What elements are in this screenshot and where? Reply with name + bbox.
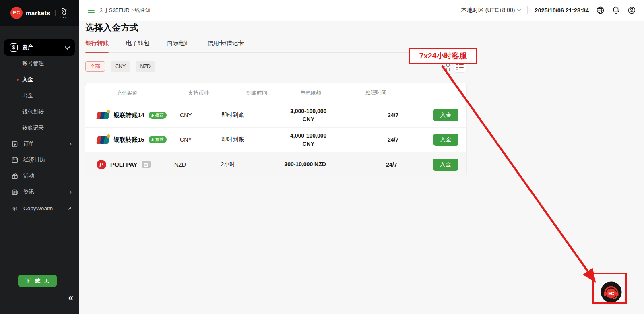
sidebar-item-assets[interactable]: $ 资产 (4, 39, 75, 56)
header-currency: 支持币种 (169, 89, 228, 97)
grid-view-icon[interactable] (442, 64, 450, 71)
orders-label: 订单 (23, 140, 65, 147)
user-icon (627, 6, 636, 14)
header-arrival-time: 到账时间 (228, 89, 286, 97)
sidebar-item-activities[interactable]: 活动 (0, 168, 79, 184)
announcement-link[interactable]: 关于S35EUR下线通知 (88, 7, 151, 14)
sidebar-collapse-button[interactable]: « (68, 293, 73, 303)
filter-cny[interactable]: CNY (111, 61, 130, 72)
notifications-button[interactable] (611, 6, 620, 15)
liverbird-icon (60, 8, 68, 16)
calendar-icon (11, 156, 19, 163)
sidebar-menu: 订单 › 经济日历 活动 资讯 › CopyWealth (0, 136, 79, 216)
divider (527, 6, 528, 14)
gift-icon (11, 172, 19, 180)
topbar-right: 本地时区 (UTC+8:00) 2025/10/06 21:28:34 (461, 6, 636, 15)
logo-separator: | (54, 10, 56, 16)
sidebar-item-copywealth[interactable]: CopyWealth ↗ (0, 200, 79, 216)
cell-limit: 300-10,000 NZD (252, 160, 359, 168)
channel-name: 银联转账14 (114, 112, 144, 119)
ec-logo-icon: EC (10, 7, 23, 19)
download-button[interactable]: 下 载 (18, 275, 57, 287)
sidebar-item-transfer-records[interactable]: 转账记录 (0, 120, 79, 136)
caret-down-icon (517, 8, 521, 12)
bank-icon (144, 163, 148, 167)
sidebar-item-news[interactable]: 资讯 › (0, 184, 79, 200)
calendar-label: 经济日历 (23, 156, 72, 163)
annotation-label: 7x24小时客服 (419, 51, 467, 61)
sidebar: EC markets | L.F.C. $ 资产 账号管理 入金 出金 钱包划转… (0, 0, 79, 314)
annotation-callout: 7x24小时客服 (409, 48, 477, 64)
cell-currency: CNY (162, 136, 209, 143)
lfc-logo: L.F.C. (60, 8, 69, 19)
filter-nzd[interactable]: NZD (136, 61, 155, 72)
page-title: 选择入金方式 (85, 22, 138, 34)
language-globe-button[interactable] (596, 6, 605, 15)
cell-processing: 24/7 (361, 112, 425, 118)
cell-processing: 24/7 (359, 161, 425, 168)
header-channel: 充值渠道 (85, 89, 169, 97)
table-row: 银联转账15 推荐 CNY 即时到账 4,000-100,000CNY 24/7… (85, 128, 466, 152)
cell-arrival: 2小时 (204, 161, 252, 168)
poli-pay-icon: P (97, 160, 106, 169)
broadcast-icon (11, 205, 19, 212)
news-icon (11, 188, 19, 196)
sidebar-item-deposit[interactable]: 入金 (0, 72, 79, 88)
bank-badge (142, 161, 151, 168)
datetime-display: 2025/10/06 21:28:34 (535, 7, 589, 14)
deposit-button[interactable]: 入金 (433, 159, 458, 171)
cell-limit: 4,000-100,000CNY (256, 132, 361, 148)
timezone-selector[interactable]: 本地时区 (UTC+8:00) (461, 7, 520, 14)
bell-icon (612, 6, 620, 14)
cell-arrival: 即时到账 (209, 136, 256, 143)
chevron-right-icon: › (70, 140, 72, 147)
tab-e-wallet[interactable]: 电子钱包 (126, 39, 149, 52)
currency-filters: 全部 CNY NZD (85, 61, 155, 72)
header-processing-time: 处理时间 (336, 89, 416, 97)
unionpay-icon (97, 111, 109, 120)
tab-international-wire[interactable]: 国际电汇 (167, 39, 190, 52)
sidebar-item-orders[interactable]: 订单 › (0, 136, 79, 152)
table-row: 银联转账14 推荐 CNY 即时到账 3,000-100,000CNY 24/7… (85, 103, 466, 128)
cell-currency: NZD (156, 161, 204, 168)
chevron-down-icon (65, 44, 70, 50)
sidebar-item-withdraw[interactable]: 出金 (0, 88, 79, 104)
cell-currency: CNY (162, 112, 209, 118)
brand-name: markets (26, 10, 50, 17)
download-icon (44, 278, 50, 284)
brand-logo: EC markets | L.F.C. (0, 0, 79, 26)
announcement-text: 关于S35EUR下线通知 (99, 7, 151, 14)
header-limit: 单笔限额 (286, 89, 336, 97)
account-button[interactable] (627, 6, 636, 15)
sidebar-item-wallet-transfer[interactable]: 钱包划转 (0, 104, 79, 120)
deposit-button[interactable]: 入金 (433, 134, 458, 146)
download-label: 下 载 (25, 277, 42, 285)
tab-credit-debit-card[interactable]: 信用卡/借记卡 (207, 39, 244, 52)
channel-name: POLI PAY (110, 161, 138, 168)
filter-all[interactable]: 全部 (85, 61, 105, 72)
sidebar-item-account-management[interactable]: 账号管理 (0, 56, 79, 72)
sidebar-item-economic-calendar[interactable]: 经济日历 (0, 152, 79, 168)
assets-submenu: 账号管理 入金 出金 钱包划转 转账记录 (0, 56, 79, 136)
cell-processing: 24/7 (361, 136, 425, 143)
unionpay-icon (97, 136, 109, 144)
table-row: P POLI PAY NZD 2小时 300-10,000 NZD 24/7 入… (85, 152, 466, 177)
assets-icon: $ (10, 43, 18, 52)
deposit-button[interactable]: 入金 (433, 109, 458, 121)
lfc-label: L.F.C. (60, 16, 69, 19)
globe-icon (596, 6, 605, 14)
external-link-icon: ↗ (67, 205, 72, 211)
thumbs-up-icon (151, 138, 154, 142)
topbar: 关于S35EUR下线通知 本地时区 (UTC+8:00) 2025/10/06 … (79, 0, 644, 21)
chevron-right-icon: › (70, 189, 72, 195)
news-label: 资讯 (23, 188, 65, 196)
clipboard-icon (11, 140, 19, 147)
copywealth-label: CopyWealth (23, 205, 62, 211)
channel-name: 银联转账15 (114, 136, 144, 144)
deposit-channels-table: 充值渠道 支持币种 到账时间 单笔限额 处理时间 银联转账14 推荐 CNY 即… (85, 83, 467, 177)
announcement-icon (88, 8, 95, 13)
cell-arrival: 即时到账 (209, 112, 256, 119)
tab-bank-transfer[interactable]: 银行转账 (85, 39, 109, 52)
annotation-highlight-rect (592, 273, 627, 304)
activities-label: 活动 (23, 172, 72, 180)
